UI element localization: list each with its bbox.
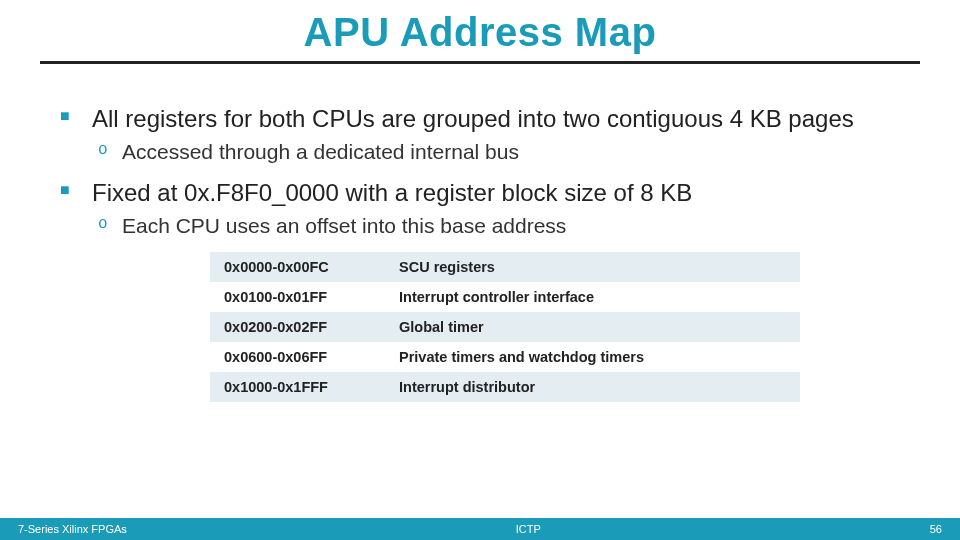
footer-left: 7-Series Xilinx FPGAs (0, 523, 127, 535)
bullet-2-text: Fixed at 0x.F8F0_0000 with a register bl… (92, 178, 900, 208)
table-row: 0x0100-0x01FF Interrupt controller inter… (210, 282, 800, 312)
bullet-2-sub-1: Each CPU uses an offset into this base a… (92, 214, 900, 238)
desc-cell: SCU registers (385, 252, 800, 282)
bullet-1-text: All registers for both CPUs are grouped … (92, 104, 900, 134)
slide-content: All registers for both CPUs are grouped … (0, 64, 960, 402)
table-row: 0x0000-0x00FC SCU registers (210, 252, 800, 282)
desc-cell: Interrupt controller interface (385, 282, 800, 312)
addr-cell: 0x1000-0x1FFF (210, 372, 385, 402)
address-table: 0x0000-0x00FC SCU registers 0x0100-0x01F… (210, 252, 800, 402)
footer-right: 56 (930, 523, 960, 535)
bullet-1-sub-1: Accessed through a dedicated internal bu… (92, 140, 900, 164)
footer-bar: 7-Series Xilinx FPGAs ICTP 56 (0, 518, 960, 540)
bullet-2: Fixed at 0x.F8F0_0000 with a register bl… (60, 178, 900, 238)
slide-title: APU Address Map (0, 0, 960, 61)
addr-cell: 0x0600-0x06FF (210, 342, 385, 372)
addr-cell: 0x0000-0x00FC (210, 252, 385, 282)
slide: APU Address Map All registers for both C… (0, 0, 960, 540)
addr-cell: 0x0200-0x02FF (210, 312, 385, 342)
table-row: 0x0600-0x06FF Private timers and watchdo… (210, 342, 800, 372)
desc-cell: Global timer (385, 312, 800, 342)
desc-cell: Private timers and watchdog timers (385, 342, 800, 372)
addr-cell: 0x0100-0x01FF (210, 282, 385, 312)
desc-cell: Interrupt distributor (385, 372, 800, 402)
bullet-list: All registers for both CPUs are grouped … (60, 104, 900, 238)
bullet-1: All registers for both CPUs are grouped … (60, 104, 900, 164)
table-row: 0x0200-0x02FF Global timer (210, 312, 800, 342)
table-row: 0x1000-0x1FFF Interrupt distributor (210, 372, 800, 402)
footer-center: ICTP (127, 523, 930, 535)
